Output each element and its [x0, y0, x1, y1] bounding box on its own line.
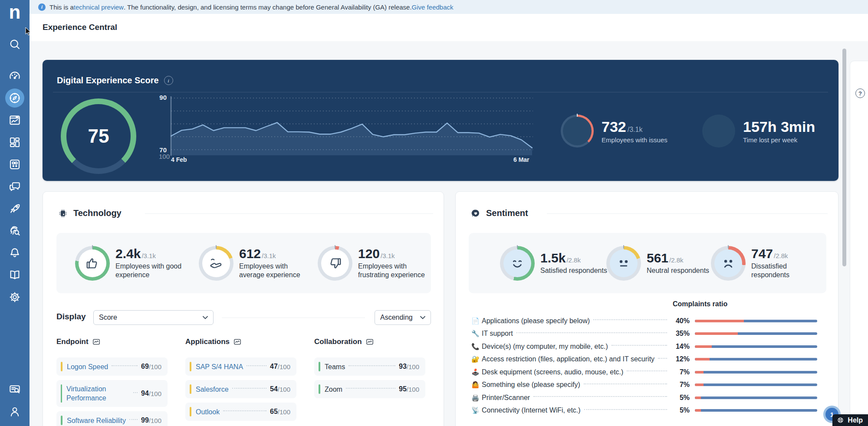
complaint-ratio-bar: [695, 332, 817, 335]
sidebar-item-settings[interactable]: [5, 288, 24, 307]
complaint-row: 📄Applications (please specify below)40%: [471, 315, 817, 328]
status-bar: [190, 362, 191, 371]
column-collaboration: CollaborationTeams93/100Zoom95/100: [314, 337, 425, 426]
face-sad-icon: [717, 252, 740, 275]
sort-order-select[interactable]: Ascending: [375, 310, 431, 325]
complaint-ratio-bar: [695, 409, 817, 412]
rocket-icon: [8, 202, 21, 215]
complaints-ratio-header: Complaints ratio: [673, 300, 727, 308]
stat-ring: [711, 246, 746, 281]
trend-icon[interactable]: [366, 338, 374, 345]
dotted-leader: [129, 419, 138, 420]
divider: [222, 318, 365, 318]
item-score: 93: [399, 363, 407, 370]
dotted-leader: [658, 358, 667, 359]
complaint-ratio-bar: [695, 358, 817, 360]
stat-total: /2.8k: [669, 256, 684, 264]
score-item-logon-speed[interactable]: Logon Speed69/100: [56, 357, 168, 376]
dotted-leader: [627, 370, 667, 371]
complaint-label: Connectivity (Internet WiFi, etc.): [482, 406, 581, 414]
sidebar-item-launch[interactable]: [5, 199, 24, 218]
score-item-virtualization-performance[interactable]: Virtualization Performance94/100: [56, 380, 168, 407]
help-button[interactable]: Help: [832, 414, 868, 426]
sidebar-item-analytics[interactable]: [5, 111, 24, 130]
item-score-suffix: /100: [407, 386, 419, 393]
display-select[interactable]: Score: [93, 310, 214, 325]
sentiment-bubble-icon: [471, 209, 480, 218]
dotted-leader: [223, 410, 266, 411]
issues-label: Employees with issues: [602, 136, 667, 144]
complaint-ratio-bar: [695, 371, 817, 374]
trend-icon[interactable]: [233, 338, 241, 345]
item-name[interactable]: Salesforce: [196, 385, 229, 394]
complaint-pct: 40%: [671, 317, 690, 325]
trend-icon[interactable]: [92, 338, 100, 345]
sidebar-item-engage[interactable]: [5, 177, 24, 196]
sidebar-item-dashboards[interactable]: [5, 133, 24, 152]
dotted-leader: [247, 365, 266, 366]
score-item-teams[interactable]: Teams93/100: [314, 357, 425, 376]
dotted-leader: [133, 392, 138, 393]
stat-ring: [606, 246, 641, 281]
info-icon[interactable]: i: [164, 76, 173, 85]
item-name[interactable]: Virtualization Performance: [66, 384, 130, 403]
chevron-down-icon: [420, 316, 425, 319]
time-lost-value: 157h 3min: [743, 118, 815, 135]
technical-preview-link[interactable]: technical preview: [74, 3, 124, 11]
score-item-salesforce[interactable]: Salesforce54/100: [185, 380, 296, 398]
display-select-value: Score: [99, 314, 117, 321]
score-item-zoom[interactable]: Zoom95/100: [314, 380, 425, 398]
item-score-suffix: /100: [278, 386, 290, 393]
sidebar-item-dashboard[interactable]: [5, 66, 24, 85]
complaint-ratio-bar: [695, 345, 817, 348]
item-name[interactable]: Outlook: [196, 407, 220, 416]
lock-emoji: 🔐: [471, 355, 482, 363]
trend-y-max-label: 90: [151, 94, 167, 101]
chip-icon: [58, 209, 68, 218]
sidebar-item-experience-central[interactable]: [5, 88, 24, 108]
item-name: Teams: [325, 362, 345, 371]
dashboard-grid-icon: [8, 136, 21, 149]
sidebar-item-alerts[interactable]: [5, 243, 24, 262]
browser-chart-icon: [8, 114, 21, 127]
stat-employees-with-good-experience: 2.4k/3.1kEmployees with good experience: [75, 233, 188, 293]
sentiment-title: Sentiment: [486, 208, 528, 218]
vertical-scrollbar[interactable]: [842, 49, 846, 266]
score-card-title-text: Digital Experience Score: [57, 75, 159, 85]
score-item-software-reliability[interactable]: Software Reliability99/100: [56, 411, 168, 426]
help-button-label: Help: [848, 416, 863, 424]
complaint-row: 🕹️Desk equipment (screens, audio, mouse,…: [471, 366, 817, 379]
score-item-outlook[interactable]: Outlook65/100: [185, 403, 296, 421]
complaint-row: 🔐Access restriction (files, application,…: [471, 353, 817, 366]
time-lost-label: Time lost per week: [743, 136, 815, 144]
person-icon: [8, 405, 21, 418]
score-item-sap-s-4-hana[interactable]: SAP S/4 HANA47/100: [185, 357, 296, 376]
column-header: Endpoint: [56, 337, 168, 347]
sidebar-item-remote-view[interactable]: [5, 380, 24, 399]
sidebar-item-investigate[interactable]: [5, 221, 24, 240]
complaint-label: Something else (please specify): [482, 381, 580, 389]
sidebar-item-library[interactable]: [5, 265, 24, 285]
item-name[interactable]: Logon Speed: [67, 362, 108, 371]
banner-text-mid: . The functionality, design, and licensi…: [124, 3, 412, 11]
complaint-ratio-bar: [695, 383, 817, 386]
apps-grid-icon: [8, 158, 21, 171]
stat-ring: [75, 246, 110, 281]
score-gauge-value: 75: [88, 125, 109, 147]
sidebar-item-applications[interactable]: [5, 155, 24, 174]
item-score: 69: [141, 363, 149, 370]
nexthink-logo[interactable]: n: [0, 1, 30, 23]
stat-label: Satisfied respondents: [540, 266, 607, 275]
sidebar-item-search[interactable]: [5, 35, 24, 54]
stat-dissatisfied-respondents: 747/2.8kDissatisfied respondents: [711, 233, 824, 293]
item-name[interactable]: SAP S/4 HANA: [196, 362, 243, 371]
sidebar-item-profile[interactable]: [5, 402, 24, 421]
status-bar: [61, 362, 62, 371]
item-name[interactable]: Software Reliability: [67, 416, 126, 425]
item-score: 65: [270, 408, 278, 416]
employees-with-issues-stat: 732/3.1k Employees with issues: [561, 115, 667, 147]
question-mark-icon[interactable]: ?: [855, 88, 865, 98]
give-feedback-link[interactable]: Give feedback: [412, 3, 454, 11]
stat-ring: [199, 246, 233, 281]
issues-value: 732: [602, 118, 626, 135]
